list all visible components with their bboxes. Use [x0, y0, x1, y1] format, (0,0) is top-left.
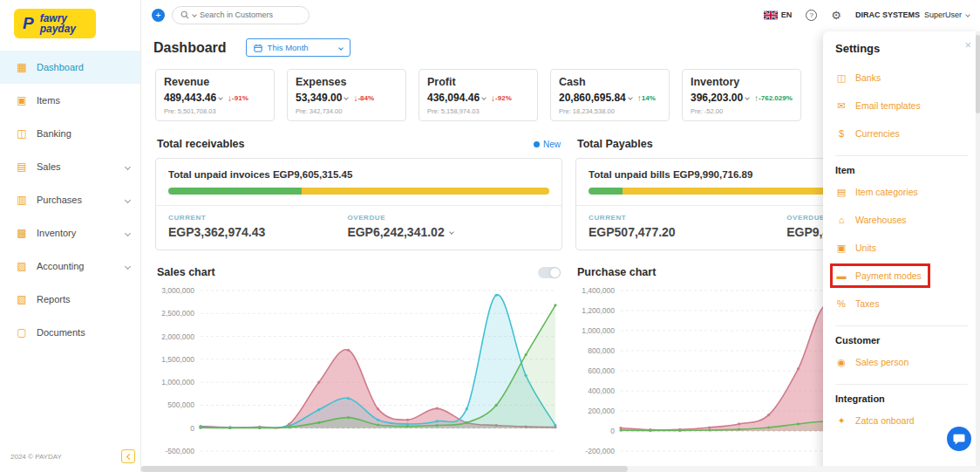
search-box[interactable] — [172, 6, 310, 24]
svg-text:1,500,000: 1,500,000 — [161, 355, 194, 364]
settings-item-label: Payment modes — [855, 270, 922, 281]
sidebar-item-dashboard[interactable]: ▦ Dashboard — [0, 51, 140, 84]
scrollbar-thumb[interactable] — [976, 35, 980, 113]
search-input[interactable] — [200, 10, 301, 19]
search-scope-chevron-icon[interactable] — [192, 12, 197, 17]
overdue-dropdown-chevron-icon[interactable] — [449, 229, 454, 235]
settings-customer-group: ◉ Sales person — [835, 348, 968, 376]
settings-item-label: Email templates — [855, 100, 921, 111]
uk-flag-icon[interactable] — [764, 10, 778, 20]
settings-item-email-templates[interactable]: ✉ Email templates — [835, 92, 968, 120]
settings-item-payment-modes[interactable]: ▬ Payment modes — [835, 262, 968, 290]
sales-chart: 3,000,0002,500,0002,000,0001,500,0001,00… — [155, 282, 562, 467]
menu-label: Purchases — [37, 195, 82, 205]
chevron-down-icon — [125, 163, 131, 169]
kpi-delta-value: -91% — [232, 94, 248, 102]
settings-item-currencies[interactable]: $ Currencies — [835, 120, 968, 147]
kpi-dropdown-chevron-icon[interactable] — [344, 95, 350, 100]
menu-icon: ▤ — [16, 161, 28, 173]
settings-panel: × Settings ◫ Banks ✉ Email templates $ C… — [823, 31, 980, 472]
kpi-delta: ↓-92% — [491, 93, 512, 103]
kpi-delta: ↓-84% — [353, 93, 374, 103]
svg-text:2,000,000: 2,000,000 — [161, 332, 194, 341]
menu-icon: ▥ — [16, 194, 28, 206]
kpi-dropdown-chevron-icon[interactable] — [745, 95, 750, 100]
close-icon[interactable]: × — [964, 38, 971, 51]
sidebar-item-inventory[interactable]: ▩ Inventory — [0, 216, 140, 250]
menu-label: Banking — [37, 128, 71, 139]
menu-label: Items — [37, 95, 60, 106]
kpi-label: Expenses — [296, 76, 398, 88]
kpi-previous-value: Pre: -52.00 — [691, 107, 793, 115]
sidebar-collapse-button[interactable] — [121, 449, 135, 463]
progress-current-segment — [589, 188, 623, 195]
horizontal-scrollbar[interactable] — [141, 466, 980, 472]
svg-text:400,000: 400,000 — [588, 386, 615, 395]
settings-item-taxes[interactable]: % Taxes — [835, 290, 968, 318]
overdue-label: OVERDUE — [347, 214, 526, 222]
scrollbar-thumb[interactable] — [141, 466, 628, 472]
chevron-down-icon — [965, 12, 970, 17]
kpi-delta-value: -84% — [357, 94, 374, 102]
sidebar-item-items[interactable]: ▣ Items — [0, 84, 140, 117]
sidebar-item-banking[interactable]: ◫ Banking — [0, 117, 140, 150]
chat-button[interactable] — [947, 427, 971, 451]
sidebar-item-sales[interactable]: ▤ Sales — [0, 150, 140, 183]
menu-icon: ▩ — [16, 227, 28, 239]
new-badge[interactable]: New — [534, 140, 561, 149]
progress-current-segment — [168, 188, 302, 195]
settings-item-banks[interactable]: ◫ Banks — [835, 64, 968, 92]
vertical-scrollbar[interactable] — [976, 31, 980, 466]
receivables-title: Total receivables — [157, 138, 245, 150]
quick-add-button[interactable]: + — [152, 9, 165, 22]
kpi-previous-value: Pre: 5,158,974.03 — [427, 107, 529, 115]
receivables-column: Total receivables New Total unpaid invoi… — [155, 137, 562, 467]
sidebar: P fawry payday ▦ Dashboard ▣ Items ◫ Ban… — [0, 0, 141, 472]
kpi-delta-value: -762.029% — [759, 94, 793, 102]
settings-item-warehouses[interactable]: ⌂ Warehouses — [835, 206, 968, 234]
sidebar-item-documents[interactable]: ▢ Documents — [0, 316, 140, 349]
settings-item-icon: ▤ — [835, 187, 847, 198]
help-icon[interactable]: ? — [806, 10, 817, 21]
fawry-payday-logo[interactable]: P fawry payday — [14, 9, 96, 38]
sales-chart-toggle[interactable] — [538, 267, 561, 278]
menu-icon: ▧ — [16, 293, 28, 305]
kpi-label: Cash — [559, 76, 661, 88]
menu-icon: ▢ — [16, 326, 28, 339]
period-filter-button[interactable]: This Month — [246, 38, 350, 57]
settings-item-label: Warehouses — [855, 215, 907, 225]
purchase-chart-title: Purchase chart — [577, 266, 656, 278]
menu-label: Accounting — [37, 261, 84, 271]
settings-item-icon: $ — [835, 128, 847, 139]
chevron-down-icon — [125, 196, 131, 202]
menu-label: Reports — [37, 294, 71, 304]
svg-text:600,000: 600,000 — [588, 366, 615, 375]
chevron-left-icon — [126, 453, 132, 459]
menu-icon: ▨ — [16, 260, 28, 272]
settings-item-item-categories[interactable]: ▤ Item categories — [835, 178, 968, 206]
sidebar-item-purchases[interactable]: ▥ Purchases — [0, 183, 140, 216]
kpi-dropdown-chevron-icon[interactable] — [628, 95, 633, 100]
kpi-dropdown-chevron-icon[interactable] — [218, 95, 223, 100]
logo-text-line2: payday — [40, 24, 76, 34]
sidebar-item-accounting[interactable]: ▨ Accounting — [0, 250, 140, 283]
settings-group-header-integration: Integration — [835, 393, 968, 404]
svg-text:0: 0 — [190, 424, 194, 433]
kpi-card-expenses: Expenses 53,349.00 ↓-84% Pre: 342,734.00 — [287, 69, 406, 121]
svg-text:2,500,000: 2,500,000 — [161, 309, 194, 318]
menu-label: Dashboard — [37, 62, 84, 72]
sales-chart-title: Sales chart — [157, 266, 215, 278]
settings-item-sales-person[interactable]: ◉ Sales person — [835, 348, 968, 376]
sidebar-item-reports[interactable]: ▧ Reports — [0, 283, 140, 316]
current-value: EGP3,362,974.43 — [168, 225, 347, 239]
settings-group-header-customer: Customer — [835, 335, 968, 345]
settings-item-zatca-onboard[interactable]: ✦ Zatca onboard — [835, 407, 968, 434]
gear-icon[interactable]: ⚙ — [831, 9, 841, 22]
language-label[interactable]: EN — [781, 10, 793, 19]
account-menu[interactable]: DIRAC SYSTEMS SuperUser — [855, 10, 970, 19]
current-label: CURRENT — [589, 214, 786, 222]
settings-item-units[interactable]: ▣ Units — [835, 234, 968, 262]
copyright-text: 2024 © PAYDAY — [10, 453, 62, 461]
kpi-dropdown-chevron-icon[interactable] — [481, 95, 487, 100]
kpi-value: 436,094.46 — [427, 92, 480, 104]
